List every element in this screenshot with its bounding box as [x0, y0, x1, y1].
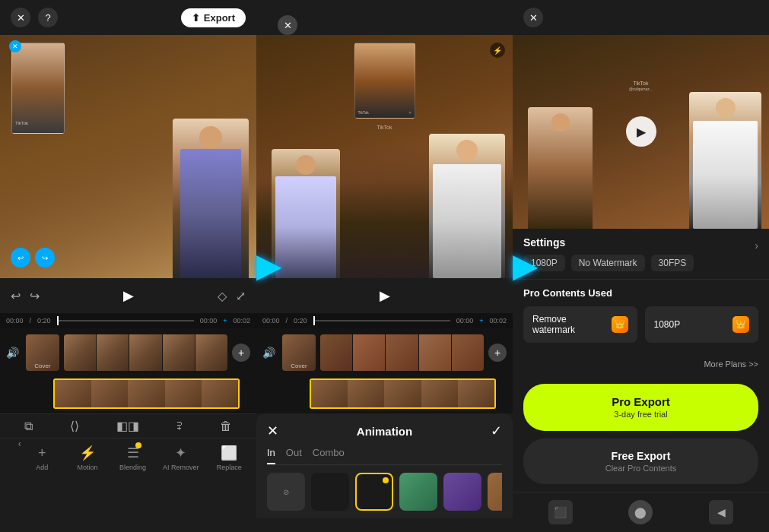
play-button-2[interactable]: ▶: [373, 284, 396, 307]
anim-item-1[interactable]: [311, 473, 349, 511]
clip-strip[interactable]: [53, 378, 240, 409]
add-track-button-2[interactable]: +: [488, 344, 507, 362]
nav-item-motion[interactable]: ⚡ Motion: [72, 445, 103, 471]
animation-title: Animation: [357, 425, 412, 438]
undo-redo-group: ↩ ↪: [11, 289, 40, 303]
tool-delete[interactable]: 🗑: [220, 420, 232, 433]
p3-nav-back-icon[interactable]: ◀: [709, 500, 733, 524]
redo-overlay-btn[interactable]: ↪: [35, 248, 55, 268]
overlay-close-icon[interactable]: ✕: [9, 40, 21, 52]
pro-export-sub: 3-day free trial: [534, 409, 748, 420]
play-overlay-button[interactable]: ▶: [626, 116, 656, 147]
video-bg-3: TikTok@zulqarnaz... ▶: [513, 35, 769, 229]
timeline-track[interactable]: [57, 320, 194, 321]
cover-thumb-2[interactable]: Cover: [282, 334, 316, 371]
animation-confirm-icon[interactable]: ✓: [491, 423, 502, 439]
video-bg-2: TikTok ✕ TikTok ⚡: [256, 35, 513, 278]
timeline-playhead-2: [313, 316, 315, 325]
anim-item-5[interactable]: [488, 473, 502, 511]
undo-icon[interactable]: ↩: [11, 289, 21, 303]
settings-tag-watermark[interactable]: No Watermark: [571, 255, 645, 271]
export-icon: ⬆: [192, 12, 200, 24]
pro-contents-title: Pro Contents Used: [523, 287, 758, 299]
anim-selected-dot: [383, 477, 389, 483]
tab-out[interactable]: Out: [286, 447, 302, 464]
topbar-left-icons: ✕ ?: [11, 8, 58, 27]
time-marker2: 00:02: [233, 317, 250, 325]
tool-trim[interactable]: ◧◨: [116, 419, 139, 433]
animation-tabs: In Out Combo: [267, 447, 502, 465]
track-strip[interactable]: [64, 334, 227, 371]
settings-tags-row: 1080P No Watermark 30FPS: [523, 255, 758, 271]
help-button[interactable]: ?: [38, 8, 58, 27]
anim-item-2[interactable]: [355, 473, 393, 511]
tab-combo[interactable]: Combo: [313, 447, 345, 464]
p3-nav-circle-icon[interactable]: ⬤: [628, 500, 653, 524]
video-preview: ✕ TikTok ↩ ↪: [0, 35, 256, 278]
track-strip-2[interactable]: [320, 334, 484, 371]
cover-thumb[interactable]: Cover: [26, 334, 59, 371]
add-track-button[interactable]: +: [232, 344, 250, 362]
more-plans-link[interactable]: More Plans >>: [704, 359, 758, 369]
pro-cards-row: Remove watermark 👑 1080P 👑: [523, 306, 758, 343]
anim-item-4[interactable]: [443, 473, 481, 511]
animation-close-button[interactable]: ✕: [267, 423, 278, 439]
anim-item-none[interactable]: ⊘: [267, 473, 305, 511]
settings-tag-fps[interactable]: 30FPS: [651, 255, 694, 271]
time-current-2: 00:00: [262, 317, 280, 325]
keyframe-icon[interactable]: ◇: [218, 289, 227, 303]
pro-card-1080p[interactable]: 1080P 👑: [645, 306, 759, 343]
panel3-close-button[interactable]: ✕: [523, 8, 543, 27]
volume-icon[interactable]: 🔊: [6, 347, 21, 359]
video-preview-3: TikTok@zulqarnaz... ▶: [513, 35, 769, 229]
track-frame-2: [97, 334, 129, 371]
panel-3: ✕ TikTok@zulqarnaz... ▶: [513, 0, 769, 532]
nav-item-add[interactable]: + Add: [27, 445, 57, 471]
overlay-clip-small: ✕ TikTok: [11, 43, 65, 134]
track-frame-1: [64, 334, 96, 371]
undo-overlay-btn[interactable]: ↩: [11, 248, 30, 268]
settings-arrow-icon[interactable]: ›: [755, 239, 758, 252]
controls-bar-2: ▶: [256, 278, 513, 313]
timeline: 00:00 / 0:20 00:00 + 00:02: [0, 313, 256, 328]
anim-item-3[interactable]: [399, 473, 437, 511]
free-export-button[interactable]: Free Export Clear Pro Contents: [523, 439, 758, 484]
play-button[interactable]: ▶: [117, 284, 140, 307]
close-button[interactable]: ✕: [11, 8, 30, 27]
blending-badge: [135, 442, 141, 448]
track-area-main: 🔊 Cover +: [0, 328, 256, 377]
p3-nav-square-icon[interactable]: ⬛: [548, 500, 573, 524]
timeline-track-2[interactable]: [313, 320, 450, 321]
export-button[interactable]: ⬆ Export: [181, 8, 246, 27]
nav-item-replace[interactable]: ⬜ Replace: [214, 445, 244, 471]
panel2-close-button[interactable]: ✕: [278, 15, 297, 35]
animation-header: ✕ Animation ✓: [267, 423, 502, 439]
tab-in[interactable]: In: [267, 447, 275, 464]
time-current: 00:00: [6, 317, 24, 325]
fullscreen-icon[interactable]: ⤢: [236, 289, 246, 303]
clip-strip-2[interactable]: [310, 378, 496, 409]
tool-split[interactable]: ⫀: [176, 420, 183, 433]
track-area-2: 🔊 Cover +: [256, 328, 513, 377]
pro-card-watermark[interactable]: Remove watermark 👑: [523, 306, 637, 343]
more-plans-section: More Plans >>: [513, 350, 769, 376]
pro-export-button[interactable]: Pro Export 3-day free trial: [523, 384, 758, 431]
redo-icon[interactable]: ↪: [30, 289, 40, 303]
view-controls-group: ◇ ⤢: [218, 289, 246, 303]
pro-card-1080p-label: 1080P: [654, 319, 681, 330]
settings-tag-1080p[interactable]: 1080P: [523, 255, 565, 271]
tool-copy[interactable]: ⧉: [24, 420, 33, 433]
panel3-topbar: ✕: [513, 0, 769, 35]
speed-indicator: ⚡: [490, 43, 505, 58]
video-bg: ✕ TikTok ↩ ↪: [0, 35, 256, 278]
tool-speed[interactable]: ⟨⟩: [70, 419, 79, 433]
volume-icon-2[interactable]: 🔊: [262, 347, 278, 359]
pro-card-1080p-icon: 👑: [732, 316, 749, 333]
export-section: Pro Export 3-day free trial Free Export …: [513, 376, 769, 492]
nav-item-blending[interactable]: ☰ Blending: [118, 445, 148, 471]
clip-frame-1: [55, 380, 91, 407]
nav-item-ai-remover[interactable]: ✦ AI Remover: [163, 445, 199, 471]
timeline-playhead: [57, 316, 59, 325]
track-frame-4: [163, 334, 195, 371]
clip-track-row: [0, 377, 256, 413]
